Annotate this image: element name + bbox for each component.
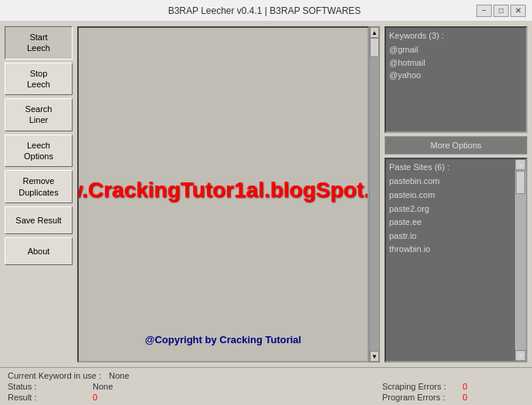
paste-site-item: pasteio.com (389, 189, 523, 202)
status-bar: Current Keyword in use : None Status : N… (0, 367, 532, 405)
status-right-1: Scraping Errors : 0 (382, 382, 524, 391)
result-value: 0 (93, 393, 154, 402)
paste-sites-list: pastebin.compasteio.compaste2.orgpaste.e… (389, 175, 523, 257)
paste-site-item: throwbin.io (389, 243, 523, 257)
keywords-box: Keywords (3) : @gmail@hotmail@yahoo (385, 26, 527, 133)
right-panel: Keywords (3) : @gmail@hotmail@yahoo More… (385, 26, 527, 362)
status-row-2: Status : None Scraping Errors : 0 (8, 382, 524, 391)
scroll-track (370, 38, 379, 351)
program-errors-value: 0 (463, 393, 524, 402)
title-bar-controls: − □ ✕ (476, 5, 526, 17)
paste-site-item: paste2.org (389, 202, 523, 216)
leech-options-button[interactable]: Leech Options (5, 134, 73, 168)
minimize-button[interactable]: − (476, 5, 492, 17)
keyword-item: @gmail (389, 43, 523, 56)
left-panel: Start Leech Stop Leech Search Liner Leec… (5, 26, 73, 362)
stop-leech-button[interactable]: Stop Leech (5, 63, 73, 96)
paste-site-item: paste.ee (389, 216, 523, 230)
paste-scroll-track (515, 170, 526, 350)
scroll-up-arrow[interactable]: ▲ (370, 27, 379, 38)
title-bar-text: B3RAP Leecher v0.4.1 | B3RAP SOFTWARES (53, 5, 476, 16)
center-panel: Www.CrackingTutor1al.blogSpot.Com @Copyr… (77, 26, 369, 362)
status-label: Status : (8, 382, 85, 391)
paste-scroll-thumb[interactable] (516, 171, 525, 194)
keywords-header: Keywords (3) : (389, 31, 523, 40)
title-bar: B3RAP Leecher v0.4.1 | B3RAP SOFTWARES −… (0, 0, 532, 22)
main-container: Start Leech Stop Leech Search Liner Leec… (0, 22, 532, 405)
status-value: None (93, 382, 154, 391)
copyright-text: @Copyright by Cracking Tutorial (145, 334, 301, 345)
more-options-button[interactable]: More Options (385, 136, 527, 155)
paste-scroll-up[interactable]: ▲ (515, 159, 526, 170)
scraping-errors-value: 0 (463, 382, 524, 391)
result-label: Result : (8, 393, 85, 402)
about-button[interactable]: About (5, 237, 73, 265)
paste-site-item: pastr.io (389, 230, 523, 243)
scroll-down-arrow[interactable]: ▼ (370, 351, 379, 362)
paste-site-item: pastebin.com (389, 175, 523, 189)
paste-sites-scrollbar[interactable]: ▲ ▼ (515, 159, 526, 361)
content-area: Start Leech Stop Leech Search Liner Leec… (0, 22, 532, 367)
paste-scroll-down[interactable]: ▼ (515, 350, 526, 361)
paste-sites-box: Paste Sites (6) : pastebin.compasteio.co… (385, 158, 527, 362)
current-keyword-value: None (109, 371, 171, 380)
remove-duplicates-button[interactable]: Remove Duplicates (5, 170, 73, 203)
paste-sites-header: Paste Sites (6) : (389, 162, 523, 172)
status-right-2: Program Errors : 0 (382, 393, 524, 402)
status-row-1: Current Keyword in use : None (8, 371, 524, 380)
program-errors-label: Program Errors : (382, 393, 459, 402)
center-scrollbar[interactable]: ▲ ▼ (369, 26, 380, 362)
scroll-thumb[interactable] (370, 38, 379, 57)
close-button[interactable]: ✕ (510, 5, 526, 17)
current-keyword-label: Current Keyword in use : (8, 371, 101, 380)
scraping-errors-label: Scraping Errors : (382, 382, 459, 391)
save-result-button[interactable]: Save Result (5, 206, 73, 234)
watermark-text: Www.CrackingTutor1al.blogSpot.Com (77, 177, 369, 202)
search-button[interactable]: Search Liner (5, 98, 73, 131)
keyword-item: @yahoo (389, 69, 523, 82)
keywords-list: @gmail@hotmail@yahoo (389, 43, 523, 82)
keyword-item: @hotmail (389, 56, 523, 70)
maximize-button[interactable]: □ (493, 5, 509, 17)
start-leech-button[interactable]: Start Leech (5, 26, 73, 60)
status-row-3: Result : 0 Program Errors : 0 (8, 393, 524, 402)
